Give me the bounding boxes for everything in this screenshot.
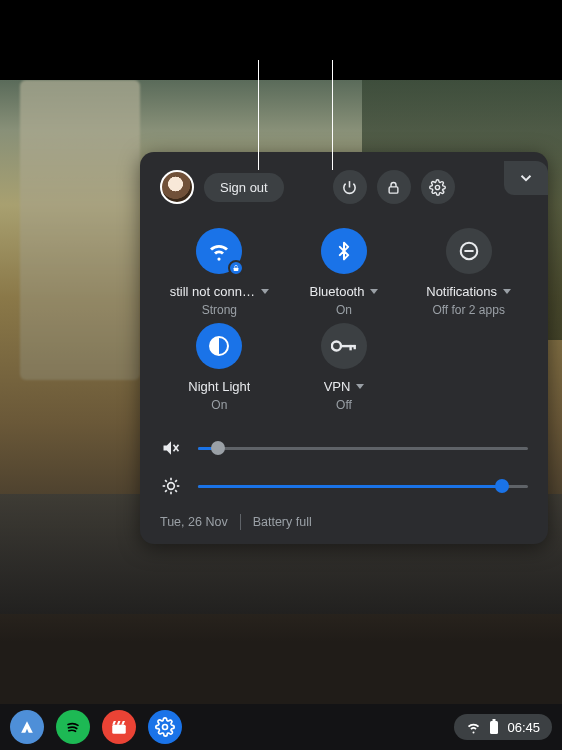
shelf-app-media[interactable] [102, 710, 136, 744]
quick-settings-tiles: still not conn… Strong Bluetooth On Noti… [160, 228, 528, 412]
night-light-toggle[interactable] [196, 323, 242, 369]
sliders-section [160, 438, 528, 496]
system-tray[interactable]: 06:45 [454, 714, 552, 740]
notifications-label-button[interactable]: Notifications [426, 284, 511, 299]
svg-rect-8 [349, 345, 351, 350]
shelf-app-spotify[interactable] [56, 710, 90, 744]
shelf: 06:45 [0, 704, 562, 750]
volume-slider[interactable] [198, 447, 528, 450]
bluetooth-label: Bluetooth [310, 284, 365, 299]
do-not-disturb-icon [458, 240, 480, 262]
svg-rect-7 [341, 345, 355, 347]
night-light-status: On [211, 398, 227, 412]
brightness-icon [160, 476, 182, 496]
bluetooth-toggle[interactable] [321, 228, 367, 274]
wifi-status: Strong [202, 303, 237, 317]
svg-line-19 [165, 490, 167, 492]
mountain-icon [17, 717, 37, 737]
tile-wifi: still not conn… Strong [160, 228, 279, 317]
quick-settings-panel: Sign out still not c [140, 152, 548, 544]
shelf-app-nordvpn[interactable] [10, 710, 44, 744]
svg-point-1 [436, 185, 440, 189]
gear-icon [429, 179, 446, 196]
wifi-label: still not conn… [170, 284, 255, 299]
notifications-toggle[interactable] [446, 228, 492, 274]
tile-notifications: Notifications Off for 2 apps [409, 228, 528, 317]
panel-footer: Tue, 26 Nov Battery full [160, 514, 528, 530]
volume-row [160, 438, 528, 458]
tile-bluetooth: Bluetooth On [285, 228, 404, 317]
svg-point-12 [168, 483, 175, 490]
brightness-row [160, 476, 528, 496]
shelf-app-settings[interactable] [148, 710, 182, 744]
brightness-thumb[interactable] [495, 479, 509, 493]
night-light-label: Night Light [188, 379, 250, 394]
footer-divider [240, 514, 241, 530]
settings-button[interactable] [421, 170, 455, 204]
callout-line [332, 60, 333, 170]
tray-time: 06:45 [507, 720, 540, 735]
wifi-label-button[interactable]: still not conn… [170, 284, 269, 299]
svg-rect-23 [490, 721, 498, 734]
lock-small-icon [232, 264, 240, 272]
clapperboard-icon [110, 718, 128, 736]
vpn-toggle[interactable] [321, 323, 367, 369]
svg-point-6 [332, 341, 341, 350]
wallpaper-element [20, 80, 140, 380]
footer-battery[interactable]: Battery full [253, 515, 312, 529]
svg-line-20 [175, 480, 177, 482]
svg-line-18 [175, 490, 177, 492]
tile-vpn: VPN Off [285, 323, 404, 412]
svg-rect-9 [354, 345, 356, 349]
bluetooth-status: On [336, 303, 352, 317]
volume-mute-icon[interactable] [160, 438, 182, 458]
avatar[interactable] [160, 170, 194, 204]
power-button[interactable] [333, 170, 367, 204]
notifications-status: Off for 2 apps [432, 303, 505, 317]
night-light-icon [207, 334, 231, 358]
notifications-label: Notifications [426, 284, 497, 299]
spotify-icon [63, 717, 83, 737]
brightness-slider[interactable] [198, 485, 528, 488]
svg-point-22 [163, 725, 168, 730]
collapse-button[interactable] [504, 161, 548, 195]
brightness-fill [198, 485, 502, 488]
night-light-label-button[interactable]: Night Light [188, 379, 250, 394]
volume-thumb[interactable] [211, 441, 225, 455]
lock-icon [386, 180, 401, 195]
battery-tray-icon [489, 719, 499, 735]
svg-rect-2 [234, 268, 239, 271]
wifi-lock-badge [228, 260, 244, 276]
bluetooth-icon [334, 239, 354, 263]
tile-night-light: Night Light On [160, 323, 279, 412]
panel-header: Sign out [160, 170, 528, 204]
gear-icon [155, 717, 175, 737]
chevron-down-icon [517, 169, 535, 187]
lock-button[interactable] [377, 170, 411, 204]
vpn-status: Off [336, 398, 352, 412]
svg-rect-0 [389, 186, 398, 192]
callout-line [258, 60, 259, 170]
svg-line-17 [165, 480, 167, 482]
wifi-icon [207, 239, 231, 263]
vpn-label-button[interactable]: VPN [324, 379, 365, 394]
sign-out-button[interactable]: Sign out [204, 173, 284, 202]
footer-date[interactable]: Tue, 26 Nov [160, 515, 228, 529]
power-icon [341, 179, 358, 196]
vpn-label: VPN [324, 379, 351, 394]
vpn-key-icon [331, 337, 357, 355]
svg-rect-21 [112, 725, 126, 734]
bluetooth-label-button[interactable]: Bluetooth [310, 284, 379, 299]
shelf-apps [10, 710, 182, 744]
wifi-toggle[interactable] [196, 228, 242, 274]
wifi-tray-icon [466, 720, 481, 735]
svg-rect-24 [493, 719, 496, 721]
